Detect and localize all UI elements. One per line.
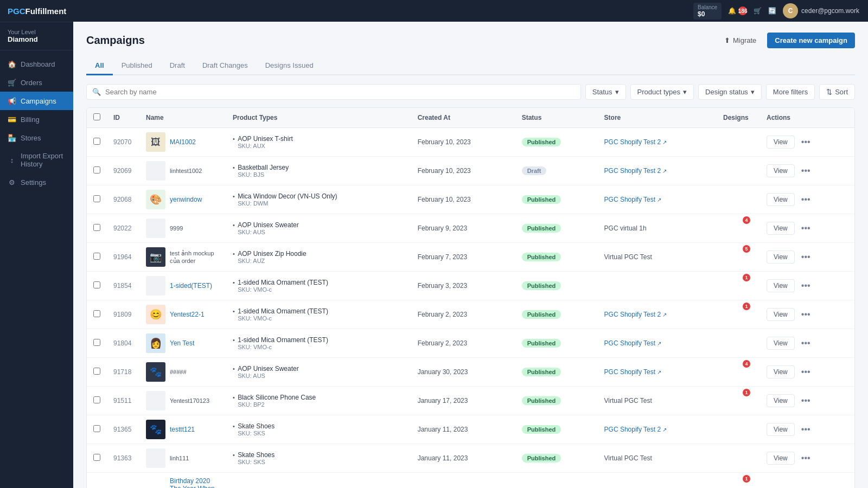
external-link-icon: ↗ (657, 369, 661, 375)
more-actions-button[interactable]: ••• (798, 165, 814, 177)
refresh-icon-btn[interactable]: 🔄 (768, 7, 776, 15)
dashboard-icon: 🏠 (8, 60, 16, 68)
more-actions-button[interactable]: ••• (798, 366, 814, 378)
more-actions-button[interactable]: ••• (798, 136, 814, 148)
more-actions-button[interactable]: ••• (798, 452, 814, 464)
view-button[interactable]: View (767, 308, 795, 321)
col-header-id: ID (107, 108, 139, 128)
sidebar-item-stores[interactable]: 🏪 Stores (0, 129, 73, 147)
more-actions-button[interactable]: ••• (798, 309, 814, 320)
cart-icon-btn[interactable]: 🛒 (754, 7, 762, 15)
more-actions-button[interactable]: ••• (798, 280, 814, 292)
tab-published[interactable]: Published (113, 57, 161, 75)
view-button[interactable]: View (767, 365, 795, 378)
external-link-icon: ↗ (662, 312, 667, 318)
view-button[interactable]: View (767, 279, 795, 292)
migrate-button[interactable]: ⬆ Migrate (719, 33, 762, 48)
sidebar-item-billing[interactable]: 💳 Billing (0, 110, 73, 129)
balance-widget[interactable]: Balance $0 (693, 3, 722, 20)
more-actions-button[interactable]: ••• (798, 423, 814, 435)
view-button[interactable]: View (767, 251, 795, 264)
sidebar-item-dashboard[interactable]: 🏠 Dashboard (0, 55, 73, 73)
user-menu[interactable]: C ceder@pgcom.work (783, 3, 859, 18)
created-at-cell: February 9, 2023 (411, 214, 515, 243)
view-button[interactable]: View (767, 394, 795, 407)
more-actions-button[interactable]: ••• (798, 222, 814, 234)
product-type-cell: • AOP Unisex Zip Hoodie SKU: AUZ (226, 243, 411, 272)
store-link[interactable]: PGC Shopify Test 2 ↗ (604, 167, 710, 175)
view-button[interactable]: View (767, 164, 795, 177)
row-checkbox[interactable] (93, 425, 100, 432)
row-checkbox[interactable] (93, 396, 100, 403)
campaign-id: 92068 (107, 185, 139, 214)
row-checkbox[interactable] (93, 339, 100, 346)
campaign-name-link[interactable]: 1-sided(TEST) (170, 282, 212, 290)
row-checkbox[interactable] (93, 138, 100, 145)
more-filters-button[interactable]: More filters (766, 84, 815, 100)
campaign-name-link[interactable]: testtt121 (170, 426, 195, 433)
status-cell: Published (515, 415, 598, 444)
select-all-checkbox[interactable] (93, 113, 100, 120)
store-cell: PGC virtual 1h (598, 214, 717, 243)
product-type-name: AOP Unisex Sweater (238, 365, 299, 373)
view-button[interactable]: View (767, 222, 795, 235)
store-link[interactable]: PGC Shopify Test ↗ (604, 368, 710, 376)
more-actions-button[interactable]: ••• (798, 337, 814, 349)
view-button[interactable]: View (767, 193, 795, 206)
create-campaign-button[interactable]: Create new campaign (767, 33, 855, 48)
view-button[interactable]: View (767, 452, 795, 465)
row-checkbox[interactable] (93, 454, 100, 461)
notification-count: 186 (738, 7, 747, 15)
store-name: Virtual PGC Test (604, 397, 652, 404)
chevron-down-icon: ▾ (683, 88, 687, 96)
tab-all[interactable]: All (86, 57, 113, 75)
row-checkbox[interactable] (93, 195, 100, 202)
tab-draft[interactable]: Draft (161, 57, 194, 75)
designs-cell (717, 444, 760, 473)
status-cell: Published (515, 300, 598, 329)
campaign-name-link[interactable]: Birthday 2020 The Year When The Shit Got… (170, 477, 220, 488)
row-checkbox[interactable] (93, 281, 100, 288)
store-link[interactable]: PGC Shopify Test 2 ↗ (604, 138, 710, 146)
status-filter-button[interactable]: Status ▾ (585, 84, 626, 100)
row-checkbox[interactable] (93, 368, 100, 375)
more-actions-button[interactable]: ••• (798, 194, 814, 206)
search-input[interactable] (105, 88, 575, 96)
tab-designs-issued[interactable]: Designs Issued (257, 57, 322, 75)
sort-button[interactable]: ⇅ Sort (819, 84, 855, 100)
campaign-name-link[interactable]: MAI1002 (170, 138, 196, 146)
product-type-cell: • AOP Unisex T-shirt SKU: AUX (226, 128, 411, 157)
view-button[interactable]: View (767, 337, 795, 350)
sidebar-item-settings[interactable]: ⚙ Settings (0, 173, 73, 191)
product-types-filter-button[interactable]: Product types ▾ (630, 84, 694, 100)
store-link[interactable]: PGC Shopify Test ↗ (604, 196, 710, 203)
campaign-id: 91964 (107, 243, 139, 272)
campaign-name-link[interactable]: Yen Test (170, 339, 194, 347)
design-status-filter-button[interactable]: Design status ▾ (698, 84, 762, 100)
sidebar-item-orders[interactable]: 🛒 Orders (0, 73, 73, 92)
store-link[interactable]: PGC Shopify Test 2 ↗ (604, 311, 710, 318)
more-actions-button[interactable]: ••• (798, 395, 814, 407)
view-button[interactable]: View (767, 136, 795, 149)
campaign-name-link[interactable]: yenwindow (170, 196, 202, 203)
actions-cell: View ••• (760, 185, 854, 214)
campaign-tabs: All Published Draft Draft Changes Design… (86, 57, 855, 75)
campaign-name-link[interactable]: Yentest22-1 (170, 311, 205, 318)
refresh-icon: 🔄 (768, 7, 776, 15)
page-title: Campaigns (86, 34, 145, 47)
header-actions: ⬆ Migrate Create new campaign (719, 33, 855, 48)
sidebar-item-campaigns[interactable]: 📢 Campaigns (0, 92, 73, 110)
store-link[interactable]: PGC Shopify Test ↗ (604, 339, 710, 347)
sidebar-item-import-export[interactable]: ↕ Import Export History (0, 147, 73, 173)
sidebar-item-label: Campaigns (21, 97, 56, 105)
row-checkbox[interactable] (93, 253, 100, 260)
store-link[interactable]: PGC Shopify Test 2 ↗ (604, 426, 710, 433)
tab-draft-changes[interactable]: Draft Changes (194, 57, 257, 75)
row-checkbox[interactable] (93, 166, 100, 174)
designs-cell: 4 (717, 358, 760, 387)
notification-bell[interactable]: 🔔 186 (728, 7, 747, 15)
more-actions-button[interactable]: ••• (798, 251, 814, 263)
row-checkbox[interactable] (93, 224, 100, 231)
row-checkbox[interactable] (93, 310, 100, 317)
view-button[interactable]: View (767, 423, 795, 436)
